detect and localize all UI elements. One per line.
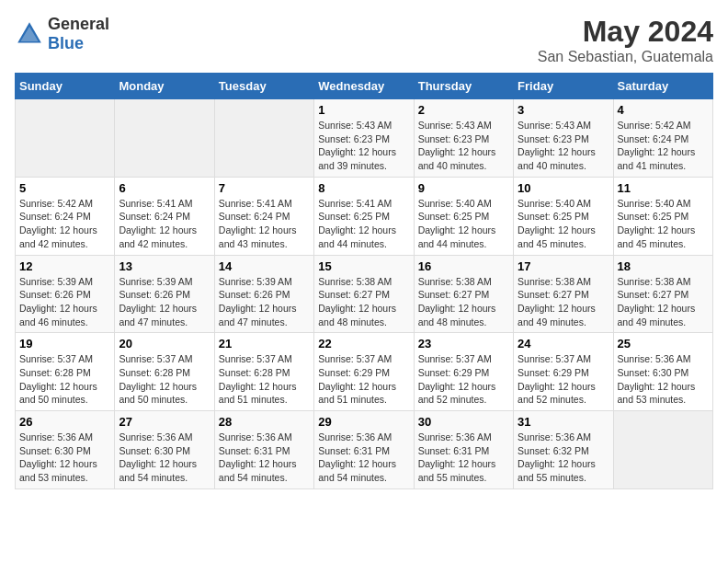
day-number: 29: [318, 415, 409, 429]
day-number: 13: [119, 259, 210, 273]
day-info: Sunrise: 5:36 AM Sunset: 6:30 PM Dayligh…: [119, 431, 210, 485]
day-number: 10: [518, 181, 609, 195]
calendar-cell: 26Sunrise: 5:36 AM Sunset: 6:30 PM Dayli…: [16, 411, 115, 489]
day-number: 28: [219, 415, 310, 429]
day-number: 23: [418, 337, 509, 350]
calendar-body: 1Sunrise: 5:43 AM Sunset: 6:23 PM Daylig…: [16, 99, 713, 489]
day-number: 27: [119, 415, 210, 429]
day-info: Sunrise: 5:36 AM Sunset: 6:31 PM Dayligh…: [418, 431, 509, 485]
day-info: Sunrise: 5:40 AM Sunset: 6:25 PM Dayligh…: [518, 197, 609, 251]
day-info: Sunrise: 5:36 AM Sunset: 6:30 PM Dayligh…: [618, 352, 709, 407]
day-number: 14: [219, 259, 310, 273]
calendar-cell: 5Sunrise: 5:42 AM Sunset: 6:24 PM Daylig…: [16, 177, 115, 255]
day-number: 15: [318, 259, 409, 273]
calendar-cell: 18Sunrise: 5:38 AM Sunset: 6:27 PM Dayli…: [613, 255, 712, 333]
day-number: 20: [119, 337, 210, 350]
day-info: Sunrise: 5:39 AM Sunset: 6:26 PM Dayligh…: [19, 275, 110, 329]
day-info: Sunrise: 5:38 AM Sunset: 6:27 PM Dayligh…: [518, 275, 609, 329]
day-info: Sunrise: 5:42 AM Sunset: 6:24 PM Dayligh…: [19, 197, 110, 251]
day-number: 22: [318, 337, 409, 350]
calendar-cell: 15Sunrise: 5:38 AM Sunset: 6:27 PM Dayli…: [314, 255, 414, 333]
calendar-cell: 30Sunrise: 5:36 AM Sunset: 6:31 PM Dayli…: [414, 411, 513, 489]
day-info: Sunrise: 5:38 AM Sunset: 6:27 PM Dayligh…: [318, 275, 409, 329]
logo: General Blue: [15, 15, 109, 53]
logo-blue: Blue: [48, 34, 84, 52]
calendar-cell: [613, 411, 712, 489]
day-number: 17: [518, 259, 609, 273]
day-number: 1: [318, 103, 409, 117]
calendar-cell: 23Sunrise: 5:37 AM Sunset: 6:29 PM Dayli…: [414, 333, 513, 411]
day-number: 5: [19, 181, 110, 195]
week-row-4: 19Sunrise: 5:37 AM Sunset: 6:28 PM Dayli…: [16, 333, 713, 411]
calendar-cell: 17Sunrise: 5:38 AM Sunset: 6:27 PM Dayli…: [514, 255, 613, 333]
week-row-5: 26Sunrise: 5:36 AM Sunset: 6:30 PM Dayli…: [16, 411, 713, 489]
day-info: Sunrise: 5:38 AM Sunset: 6:27 PM Dayligh…: [618, 275, 709, 329]
day-number: 6: [119, 181, 210, 195]
logo-general: General: [48, 15, 109, 33]
calendar-cell: 4Sunrise: 5:42 AM Sunset: 6:24 PM Daylig…: [613, 99, 712, 178]
day-info: Sunrise: 5:37 AM Sunset: 6:29 PM Dayligh…: [418, 352, 509, 407]
calendar-cell: 31Sunrise: 5:36 AM Sunset: 6:32 PM Dayli…: [514, 411, 613, 489]
day-info: Sunrise: 5:37 AM Sunset: 6:28 PM Dayligh…: [19, 352, 110, 407]
calendar-cell: 16Sunrise: 5:38 AM Sunset: 6:27 PM Dayli…: [414, 255, 513, 333]
calendar-cell: 29Sunrise: 5:36 AM Sunset: 6:31 PM Dayli…: [314, 411, 414, 489]
day-info: Sunrise: 5:43 AM Sunset: 6:23 PM Dayligh…: [418, 119, 509, 173]
day-of-week-sunday: Sunday: [16, 74, 115, 99]
day-info: Sunrise: 5:43 AM Sunset: 6:23 PM Dayligh…: [318, 119, 409, 173]
day-number: 24: [518, 337, 609, 350]
calendar-cell: 2Sunrise: 5:43 AM Sunset: 6:23 PM Daylig…: [414, 99, 513, 178]
calendar-title: May 2024: [538, 15, 713, 49]
calendar-cell: 7Sunrise: 5:41 AM Sunset: 6:24 PM Daylig…: [214, 177, 313, 255]
calendar-cell: 1Sunrise: 5:43 AM Sunset: 6:23 PM Daylig…: [314, 99, 414, 178]
calendar-cell: 27Sunrise: 5:36 AM Sunset: 6:30 PM Dayli…: [115, 411, 214, 489]
day-info: Sunrise: 5:39 AM Sunset: 6:26 PM Dayligh…: [219, 275, 310, 329]
day-number: 18: [618, 259, 709, 273]
day-number: 30: [418, 415, 509, 429]
day-info: Sunrise: 5:36 AM Sunset: 6:32 PM Dayligh…: [518, 431, 609, 485]
day-number: 8: [318, 181, 409, 195]
day-info: Sunrise: 5:39 AM Sunset: 6:26 PM Dayligh…: [119, 275, 210, 329]
day-info: Sunrise: 5:37 AM Sunset: 6:29 PM Dayligh…: [518, 352, 609, 407]
calendar-cell: 11Sunrise: 5:40 AM Sunset: 6:25 PM Dayli…: [613, 177, 712, 255]
day-info: Sunrise: 5:41 AM Sunset: 6:24 PM Dayligh…: [119, 197, 210, 251]
days-of-week-row: SundayMondayTuesdayWednesdayThursdayFrid…: [16, 74, 713, 99]
logo-icon: [15, 19, 44, 49]
day-info: Sunrise: 5:36 AM Sunset: 6:31 PM Dayligh…: [219, 431, 310, 485]
day-info: Sunrise: 5:41 AM Sunset: 6:25 PM Dayligh…: [318, 197, 409, 251]
day-number: 7: [219, 181, 310, 195]
calendar-cell: 9Sunrise: 5:40 AM Sunset: 6:25 PM Daylig…: [414, 177, 513, 255]
day-info: Sunrise: 5:40 AM Sunset: 6:25 PM Dayligh…: [618, 197, 709, 251]
calendar-cell: 28Sunrise: 5:36 AM Sunset: 6:31 PM Dayli…: [214, 411, 313, 489]
calendar-subtitle: San Sebastian, Guatemala: [538, 49, 713, 65]
calendar-cell: 20Sunrise: 5:37 AM Sunset: 6:28 PM Dayli…: [115, 333, 214, 411]
calendar-header: SundayMondayTuesdayWednesdayThursdayFrid…: [16, 74, 713, 99]
calendar-cell: 6Sunrise: 5:41 AM Sunset: 6:24 PM Daylig…: [115, 177, 214, 255]
day-info: Sunrise: 5:38 AM Sunset: 6:27 PM Dayligh…: [418, 275, 509, 329]
calendar-cell: 21Sunrise: 5:37 AM Sunset: 6:28 PM Dayli…: [214, 333, 313, 411]
day-of-week-friday: Friday: [514, 74, 613, 99]
calendar-table: SundayMondayTuesdayWednesdayThursdayFrid…: [15, 73, 713, 489]
day-of-week-thursday: Thursday: [414, 74, 513, 99]
day-number: 26: [19, 415, 110, 429]
day-number: 12: [19, 259, 110, 273]
day-number: 11: [618, 181, 709, 195]
calendar-cell: [16, 99, 115, 178]
week-row-2: 5Sunrise: 5:42 AM Sunset: 6:24 PM Daylig…: [16, 177, 713, 255]
calendar-cell: 25Sunrise: 5:36 AM Sunset: 6:30 PM Dayli…: [613, 333, 712, 411]
day-number: 3: [518, 103, 609, 117]
day-number: 9: [418, 181, 509, 195]
calendar-cell: 3Sunrise: 5:43 AM Sunset: 6:23 PM Daylig…: [514, 99, 613, 178]
week-row-1: 1Sunrise: 5:43 AM Sunset: 6:23 PM Daylig…: [16, 99, 713, 178]
day-info: Sunrise: 5:43 AM Sunset: 6:23 PM Dayligh…: [518, 119, 609, 173]
day-number: 21: [219, 337, 310, 350]
calendar-cell: 12Sunrise: 5:39 AM Sunset: 6:26 PM Dayli…: [16, 255, 115, 333]
day-info: Sunrise: 5:37 AM Sunset: 6:28 PM Dayligh…: [219, 352, 310, 407]
day-info: Sunrise: 5:36 AM Sunset: 6:30 PM Dayligh…: [19, 431, 110, 485]
calendar-cell: 14Sunrise: 5:39 AM Sunset: 6:26 PM Dayli…: [214, 255, 313, 333]
week-row-3: 12Sunrise: 5:39 AM Sunset: 6:26 PM Dayli…: [16, 255, 713, 333]
calendar-cell: [214, 99, 313, 178]
day-info: Sunrise: 5:41 AM Sunset: 6:24 PM Dayligh…: [219, 197, 310, 251]
calendar-cell: 10Sunrise: 5:40 AM Sunset: 6:25 PM Dayli…: [514, 177, 613, 255]
day-of-week-tuesday: Tuesday: [214, 74, 313, 99]
day-of-week-wednesday: Wednesday: [314, 74, 414, 99]
